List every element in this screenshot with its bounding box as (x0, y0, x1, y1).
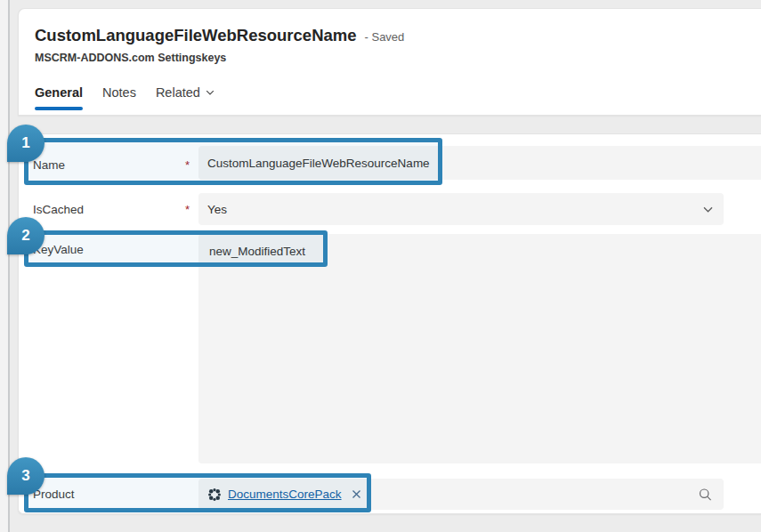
window-edge-strip (0, 0, 8, 532)
name-input[interactable]: CustomLanguageFileWebResourceName (198, 146, 761, 180)
required-asterisk: * (185, 158, 190, 172)
chevron-down-icon (701, 203, 715, 216)
divider-line (8, 0, 10, 532)
tab-notes-label: Notes (102, 85, 136, 100)
product-link[interactable]: DocumentsCorePack (228, 488, 342, 501)
page-title: CustomLanguageFileWebResourceName (35, 26, 357, 45)
name-field-label: Name (33, 158, 65, 172)
title-row: CustomLanguageFileWebResourceName - Save… (35, 26, 404, 45)
callout-badge-2: 2 (7, 217, 45, 254)
remove-icon[interactable] (352, 489, 361, 499)
form-section-general: Name * CustomLanguageFileWebResourceName… (18, 133, 761, 514)
iscached-field-label: IsCached (33, 203, 84, 216)
record-header: CustomLanguageFileWebResourceName - Save… (18, 8, 761, 116)
tab-related[interactable]: Related (156, 85, 215, 110)
callout-badge-2-number: 2 (21, 227, 29, 245)
tab-general-label: General (35, 85, 83, 100)
entity-label: MSCRM-ADDONS.com Settingskeys (35, 52, 226, 64)
search-icon[interactable] (698, 487, 713, 502)
iscached-select[interactable]: Yes (198, 193, 724, 225)
required-asterisk: * (185, 203, 190, 216)
chevron-down-icon (205, 87, 215, 98)
keyvalue-textarea[interactable]: new_ModifiedText (198, 234, 761, 463)
callout-badge-3-number: 3 (21, 467, 29, 485)
product-field-label: Product (33, 488, 75, 501)
callout-badge-3: 3 (7, 457, 45, 495)
tab-notes[interactable]: Notes (102, 85, 136, 110)
entity-record-icon (207, 488, 222, 502)
iscached-select-value: Yes (207, 203, 227, 216)
app-window: CustomLanguageFileWebResourceName - Save… (0, 0, 761, 532)
tab-bar: General Notes Related (35, 85, 215, 110)
product-lookup-field[interactable]: DocumentsCorePack (198, 479, 724, 510)
name-input-value: CustomLanguageFileWebResourceName (207, 157, 430, 170)
save-status: - Saved (365, 30, 405, 44)
keyvalue-textarea-value: new_ModifiedText (209, 245, 305, 258)
tab-general[interactable]: General (35, 85, 83, 110)
tab-related-label: Related (156, 85, 200, 100)
callout-badge-1: 1 (7, 125, 45, 162)
product-lookup-pill: DocumentsCorePack (207, 488, 361, 502)
callout-badge-1-number: 1 (21, 134, 29, 152)
